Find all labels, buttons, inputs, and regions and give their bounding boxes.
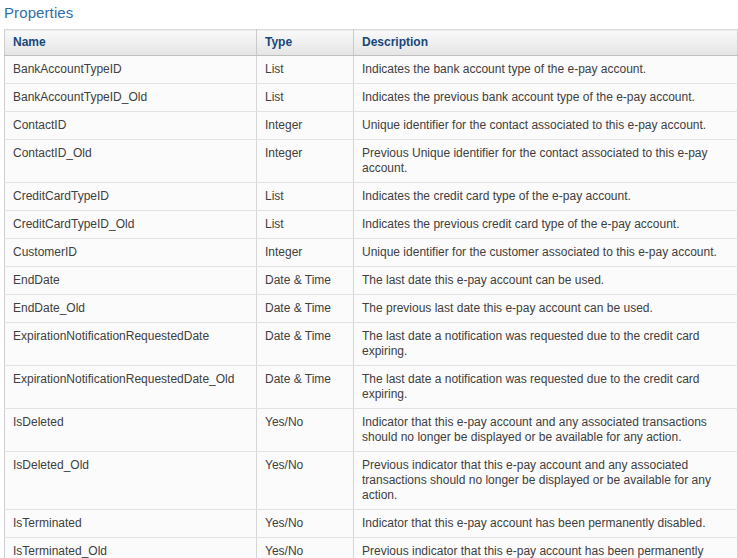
column-header-description: Description xyxy=(354,30,738,56)
property-description-cell: Previous indicator that this e-pay accou… xyxy=(354,452,738,510)
property-type-cell: Integer xyxy=(257,239,354,267)
property-type-cell: Yes/No xyxy=(257,538,354,558)
property-name-cell: EndDate xyxy=(5,267,257,295)
table-row: CreditCardTypeID List Indicates the cred… xyxy=(5,183,738,211)
property-type-cell: List xyxy=(257,183,354,211)
property-name-cell: IsTerminated_Old xyxy=(5,538,257,558)
table-row: BankAccountTypeID_Old List Indicates the… xyxy=(5,84,738,112)
property-description-cell: Indicator that this e-pay account and an… xyxy=(354,409,738,452)
column-header-type: Type xyxy=(257,30,354,56)
property-description-cell: Indicates the bank account type of the e… xyxy=(354,56,738,84)
table-row: EndDate_Old Date & Time The previous las… xyxy=(5,295,738,323)
property-name-cell: IsDeleted_Old xyxy=(5,452,257,510)
property-type-cell: Yes/No xyxy=(257,510,354,538)
table-row: ExpirationNotificationRequestedDate_Old … xyxy=(5,366,738,409)
property-description-cell: Previous indicator that this e-pay accou… xyxy=(354,538,738,558)
property-name-cell: ExpirationNotificationRequestedDate xyxy=(5,323,257,366)
table-row: CreditCardTypeID_Old List Indicates the … xyxy=(5,211,738,239)
property-description-cell: Indicates the credit card type of the e-… xyxy=(354,183,738,211)
property-name-cell: CreditCardTypeID xyxy=(5,183,257,211)
property-type-cell: Date & Time xyxy=(257,295,354,323)
table-row: ContactID_Old Integer Previous Unique id… xyxy=(5,140,738,183)
properties-table-header: Name Type Description xyxy=(5,30,738,56)
property-description-cell: Indicator that this e-pay account has be… xyxy=(354,510,738,538)
property-description-cell: Previous Unique identifier for the conta… xyxy=(354,140,738,183)
table-row: IsTerminated_Old Yes/No Previous indicat… xyxy=(5,538,738,558)
table-row: IsDeleted Yes/No Indicator that this e-p… xyxy=(5,409,738,452)
property-name-cell: ContactID xyxy=(5,112,257,140)
property-name-cell: BankAccountTypeID xyxy=(5,56,257,84)
header-row: Name Type Description xyxy=(5,30,738,56)
property-type-cell: Date & Time xyxy=(257,366,354,409)
column-header-name: Name xyxy=(5,30,257,56)
property-type-cell: Date & Time xyxy=(257,267,354,295)
property-type-cell: List xyxy=(257,84,354,112)
property-name-cell: CreditCardTypeID_Old xyxy=(5,211,257,239)
property-description-cell: Unique identifier for the customer assoc… xyxy=(354,239,738,267)
table-row: CustomerID Integer Unique identifier for… xyxy=(5,239,738,267)
property-type-cell: Yes/No xyxy=(257,409,354,452)
property-description-cell: Unique identifier for the contact associ… xyxy=(354,112,738,140)
property-name-cell: BankAccountTypeID_Old xyxy=(5,84,257,112)
property-description-cell: Indicates the previous credit card type … xyxy=(354,211,738,239)
table-row: IsDeleted_Old Yes/No Previous indicator … xyxy=(5,452,738,510)
property-type-cell: Integer xyxy=(257,112,354,140)
properties-table-body: BankAccountTypeID List Indicates the ban… xyxy=(5,56,738,558)
property-description-cell: Indicates the previous bank account type… xyxy=(354,84,738,112)
property-name-cell: CustomerID xyxy=(5,239,257,267)
table-row: BankAccountTypeID List Indicates the ban… xyxy=(5,56,738,84)
property-description-cell: The last date a notification was request… xyxy=(354,323,738,366)
documentation-page: Properties Name Type Description BankAcc… xyxy=(0,0,738,558)
property-type-cell: Integer xyxy=(257,140,354,183)
page-title: Properties xyxy=(4,4,738,21)
property-name-cell: IsDeleted xyxy=(5,409,257,452)
property-name-cell: ContactID_Old xyxy=(5,140,257,183)
property-description-cell: The last date a notification was request… xyxy=(354,366,738,409)
property-name-cell: EndDate_Old xyxy=(5,295,257,323)
property-type-cell: List xyxy=(257,56,354,84)
property-type-cell: List xyxy=(257,211,354,239)
property-description-cell: The previous last date this e-pay accoun… xyxy=(354,295,738,323)
property-name-cell: ExpirationNotificationRequestedDate_Old xyxy=(5,366,257,409)
table-row: ContactID Integer Unique identifier for … xyxy=(5,112,738,140)
table-row: ExpirationNotificationRequestedDate Date… xyxy=(5,323,738,366)
property-type-cell: Yes/No xyxy=(257,452,354,510)
property-description-cell: The last date this e-pay account can be … xyxy=(354,267,738,295)
table-row: EndDate Date & Time The last date this e… xyxy=(5,267,738,295)
property-type-cell: Date & Time xyxy=(257,323,354,366)
table-row: IsTerminated Yes/No Indicator that this … xyxy=(5,510,738,538)
property-name-cell: IsTerminated xyxy=(5,510,257,538)
properties-table: Name Type Description BankAccountTypeID … xyxy=(4,29,738,558)
